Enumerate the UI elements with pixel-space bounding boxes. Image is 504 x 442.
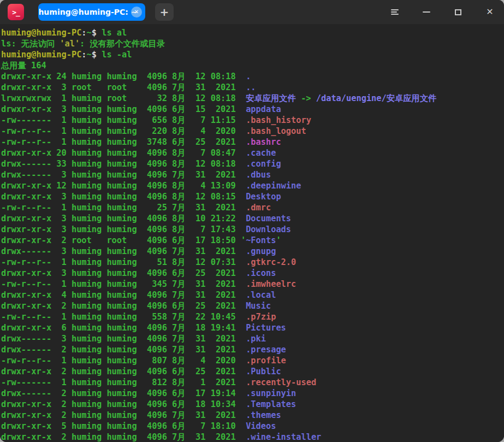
terminal-line: drwx------ 2 huming huming 4096 7月 31 20… [1,344,504,355]
terminal-line: drwx------ 3 huming huming 4096 7月 31 20… [1,169,504,180]
terminal-line: -rw-r--r-- 1 huming huming 558 7月 22 10:… [1,311,504,322]
terminal-line: drwxr-xr-x 2 huming huming 4096 7月 31 20… [1,410,504,421]
maximize-icon [455,9,461,15]
terminal-line: drwxr-xr-x 3 huming huming 4096 6月 25 20… [1,268,504,279]
terminal-line: -rw-r--r-- 1 huming huming 345 7月 31 202… [1,279,504,290]
terminal-line: drwxr-xr-x 20 huming huming 4096 8月 7 08… [1,148,504,158]
window-controls: ✕ [388,0,504,24]
hamburger-icon [391,9,399,15]
terminal-line: drwxr-xr-x 3 huming huming 4096 8月 12 08… [1,191,504,202]
terminal-line: drwx------ 3 huming huming 4096 7月 31 20… [1,333,504,344]
terminal-app-icon: >_ [8,4,24,20]
terminal-line: -rw-r--r-- 1 huming huming 51 8月 12 07:3… [1,257,504,268]
menu-button[interactable] [388,5,401,19]
terminal-line: ls: 无法访问 'al': 没有那个文件或目录 [1,38,504,49]
terminal-line: drwx------ 33 huming huming 4096 8月 12 0… [1,158,504,169]
terminal-line: -rw------- 1 huming huming 656 8月 7 11:1… [1,115,504,126]
maximize-button[interactable] [452,5,465,19]
tab-close-icon[interactable]: ✕ [131,7,142,17]
close-icon: ✕ [486,8,493,16]
terminal-line: drwxr-xr-x 2 huming huming 4096 7月 31 20… [1,432,504,442]
terminal-line: -rw-r--r-- 1 huming huming 220 8月 4 2020… [1,126,504,137]
close-button[interactable]: ✕ [483,5,496,19]
terminal-line: drwxr-xr-x 3 huming huming 4096 6月 15 20… [1,104,504,115]
terminal-line: drwxr-xr-x 2 huming huming 4096 6月 18 10… [1,399,504,410]
terminal-line: drwxr-xr-x 2 huming huming 4096 6月 25 20… [1,300,504,311]
terminal-line: -rw------- 1 huming huming 812 8月 1 2021… [1,377,504,388]
terminal-output[interactable]: huming@huming-PC:~$ ls alls: 无法访问 'al': … [0,24,504,442]
terminal-line: huming@huming-PC:~$ ls al [1,27,504,38]
titlebar[interactable]: >_ huming@huming-PC: ~ ✕ + ✕ [0,0,504,24]
terminal-line: -rw-r--r-- 1 huming huming 25 7月 31 2021… [1,202,504,213]
terminal-line: huming@huming-PC:~$ ls -al [1,49,504,60]
tab-active[interactable]: huming@huming-PC: ~ ✕ [38,3,145,21]
terminal-line: drwx------ 2 huming huming 4096 6月 17 19… [1,388,504,399]
terminal-line: drwx------ 3 huming huming 4096 7月 31 20… [1,246,504,257]
tab-title: huming@huming-PC: ~ [38,8,137,16]
terminal-line: drwxr-xr-x 6 huming huming 4096 7月 18 19… [1,322,504,333]
terminal-line: drwxr-xr-x 5 huming huming 4096 6月 7 18:… [1,421,504,432]
terminal-line: drwxr-xr-x 4 huming huming 4096 7月 31 20… [1,290,504,300]
terminal-line: drwxr-xr-x 3 huming huming 4096 8月 7 17:… [1,224,504,235]
terminal-window: >_ huming@huming-PC: ~ ✕ + ✕ huming@humi… [0,0,504,442]
terminal-line: drwxr-xr-x 24 huming huming 4096 8月 12 0… [1,71,504,82]
terminal-line: -rw-r--r-- 1 huming huming 3748 6月 25 20… [1,137,504,148]
terminal-line: -rw-r--r-- 1 huming huming 807 8月 4 2020… [1,355,504,366]
terminal-line: drwxr-xr-x 2 huming huming 4096 6月 25 20… [1,366,504,377]
minimize-icon [423,11,430,13]
terminal-line: 总用量 164 [1,60,504,71]
minimize-button[interactable] [420,5,433,19]
new-tab-button[interactable]: + [155,3,174,21]
terminal-logo-glyph: >_ [12,8,20,16]
terminal-line: drwxr-xr-x 3 huming huming 4096 8月 10 21… [1,213,504,224]
terminal-line: drwxr-xr-x 2 root root 4096 6月 17 18:50 … [1,235,504,246]
terminal-line: drwxr-xr-x 12 huming huming 4096 8月 4 13… [1,180,504,191]
terminal-line: lrwxrwxrwx 1 huming root 32 8月 12 08:18 … [1,93,504,104]
terminal-line: drwxr-xr-x 3 root root 4096 7月 31 2021 .… [1,82,504,93]
